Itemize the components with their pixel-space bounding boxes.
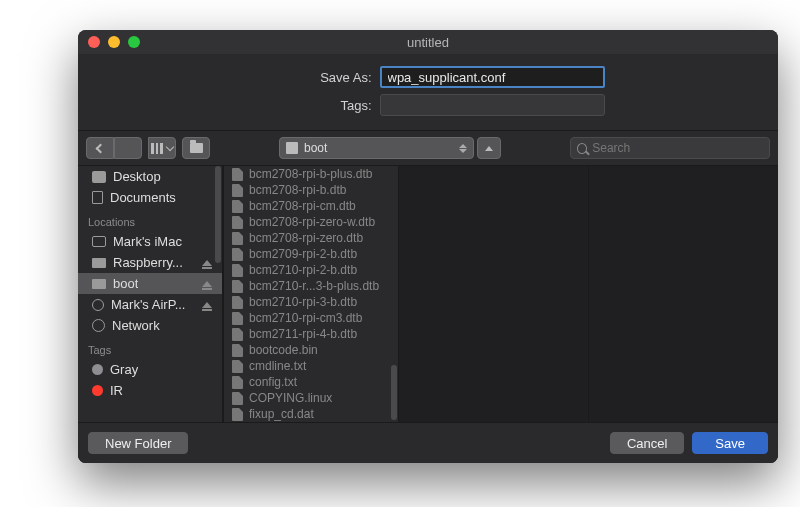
file-item[interactable]: fixup_cd.dat [224, 406, 398, 422]
sidebar: DesktopDocuments Locations Mark's iMacRa… [78, 166, 223, 422]
file-item[interactable]: bcm2710-r...3-b-plus.dtb [224, 278, 398, 294]
file-name: cmdline.txt [249, 359, 306, 373]
sidebar-item-label: boot [113, 276, 138, 291]
search-icon [577, 143, 587, 154]
sidebar-item-documents[interactable]: Documents [78, 187, 222, 208]
file-icon [232, 408, 243, 421]
titlebar: untitled [78, 30, 778, 54]
save-sheet: Save As: Tags: [78, 54, 778, 463]
file-item[interactable]: bcm2708-rpi-b.dtb [224, 182, 398, 198]
view-mode-button[interactable] [148, 137, 176, 159]
sidebar-item-mark-s-imac[interactable]: Mark's iMac [78, 231, 222, 252]
location-popup[interactable]: boot [279, 137, 474, 159]
column-browser: DesktopDocuments Locations Mark's iMacRa… [78, 166, 778, 423]
imac-icon [92, 236, 106, 247]
file-icon [232, 328, 243, 341]
search-field[interactable] [570, 137, 770, 159]
file-item[interactable]: cmdline.txt [224, 358, 398, 374]
file-name: bcm2708-rpi-zero-w.dtb [249, 215, 375, 229]
nav-group [86, 137, 142, 159]
search-input[interactable] [592, 141, 763, 155]
dialog-footer: New Folder Cancel Save [78, 423, 778, 463]
file-item[interactable]: bcm2710-rpi-2-b.dtb [224, 262, 398, 278]
file-name: bcm2710-rpi-cm3.dtb [249, 311, 362, 325]
chevron-down-icon [166, 142, 174, 150]
file-name: fixup_cd.dat [249, 407, 314, 421]
file-icon [232, 392, 243, 405]
file-item[interactable]: bcm2709-rpi-2-b.dtb [224, 246, 398, 262]
file-item[interactable]: COPYING.linux [224, 390, 398, 406]
file-item[interactable]: bcm2711-rpi-4-b.dtb [224, 326, 398, 342]
file-icon [232, 376, 243, 389]
file-item[interactable]: bcm2708-rpi-cm.dtb [224, 198, 398, 214]
grouping-button[interactable] [182, 137, 210, 159]
sidebar-item-label: Mark's iMac [113, 234, 182, 249]
sidebar-item-label: Raspberry... [113, 255, 183, 270]
save-as-label: Save As: [252, 70, 372, 85]
columns-icon [151, 143, 163, 154]
column-scrollbar[interactable] [391, 365, 397, 420]
sidebar-item-network[interactable]: Network [78, 315, 222, 336]
file-item[interactable]: bcm2708-rpi-b-plus.dtb [224, 166, 398, 182]
file-icon [232, 248, 243, 261]
file-icon [232, 344, 243, 357]
tag-dot-icon [92, 385, 103, 396]
volume-icon [286, 142, 298, 154]
file-name: bootcode.bin [249, 343, 318, 357]
file-name: COPYING.linux [249, 391, 332, 405]
chevron-left-icon [95, 143, 105, 153]
file-item[interactable]: bcm2708-rpi-zero-w.dtb [224, 214, 398, 230]
sidebar-item-label: Gray [110, 362, 138, 377]
save-as-input[interactable] [380, 66, 605, 88]
collapse-button[interactable] [477, 137, 501, 159]
sidebar-scrollbar[interactable] [215, 166, 221, 263]
file-icon [232, 232, 243, 245]
sidebar-item-label: Desktop [113, 169, 161, 184]
sidebar-item-label: Network [112, 318, 160, 333]
sidebar-tag-gray[interactable]: Gray [78, 359, 222, 380]
file-column: bcm2708-rpi-b-plus.dtbbcm2708-rpi-b.dtbb… [223, 166, 398, 422]
eject-icon[interactable] [202, 260, 212, 266]
form-area: Save As: Tags: [78, 54, 778, 130]
new-folder-button[interactable]: New Folder [88, 432, 188, 454]
cancel-button[interactable]: Cancel [610, 432, 684, 454]
chevron-right-icon [123, 143, 133, 153]
file-item[interactable]: bcm2710-rpi-3-b.dtb [224, 294, 398, 310]
save-button[interactable]: Save [692, 432, 768, 454]
forward-button[interactable] [114, 137, 142, 159]
file-name: bcm2710-rpi-2-b.dtb [249, 263, 357, 277]
file-item[interactable]: bcm2708-rpi-zero.dtb [224, 230, 398, 246]
file-icon [232, 216, 243, 229]
tags-label: Tags: [252, 98, 372, 113]
eject-icon[interactable] [202, 281, 212, 287]
sidebar-tag-ir[interactable]: IR [78, 380, 222, 401]
sidebar-heading-tags: Tags [78, 336, 222, 359]
view-group [148, 137, 176, 159]
sidebar-item-raspberry-[interactable]: Raspberry... [78, 252, 222, 273]
file-icon [232, 280, 243, 293]
tags-input[interactable] [380, 94, 605, 116]
file-name: bcm2711-rpi-4-b.dtb [249, 327, 357, 341]
file-name: bcm2708-rpi-zero.dtb [249, 231, 363, 245]
file-icon [232, 184, 243, 197]
time-icon [92, 299, 104, 311]
file-name: bcm2708-rpi-b-plus.dtb [249, 167, 372, 181]
file-item[interactable]: bcm2710-rpi-cm3.dtb [224, 310, 398, 326]
file-name: bcm2710-r...3-b-plus.dtb [249, 279, 379, 293]
sidebar-item-boot[interactable]: boot [78, 273, 222, 294]
desktop-icon [92, 171, 106, 183]
sidebar-item-label: Mark's AirP... [111, 297, 185, 312]
sidebar-item-mark-s-airp-[interactable]: Mark's AirP... [78, 294, 222, 315]
eject-icon[interactable] [202, 302, 212, 308]
tag-dot-icon [92, 364, 103, 375]
disk-icon [92, 258, 106, 268]
file-column-2 [398, 166, 588, 422]
file-item[interactable]: bootcode.bin [224, 342, 398, 358]
window-title: untitled [78, 35, 778, 50]
file-item[interactable]: config.txt [224, 374, 398, 390]
browser-toolbar: boot [78, 130, 778, 166]
file-icon [232, 200, 243, 213]
sidebar-item-label: Documents [110, 190, 176, 205]
sidebar-item-desktop[interactable]: Desktop [78, 166, 222, 187]
back-button[interactable] [86, 137, 114, 159]
